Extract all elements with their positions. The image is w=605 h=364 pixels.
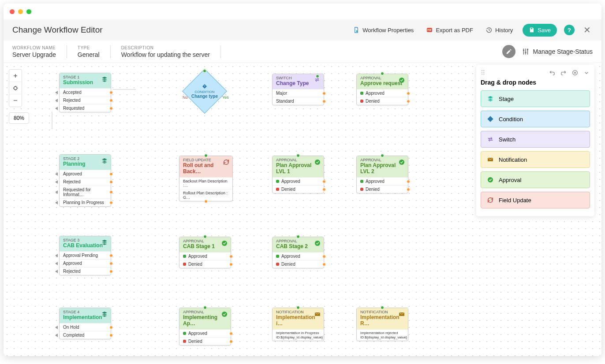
svg-point-10: [399, 160, 404, 165]
stack-icon: [101, 76, 108, 83]
node-field-update-rollout[interactable]: FIELD UPDATE Roll out and Back… Backout …: [179, 156, 233, 201]
node-switch-change-type[interactable]: SWITCH Change Type Major Standard: [272, 74, 324, 105]
mail-icon: [398, 311, 405, 318]
node-notification-impl-rejected[interactable]: NOTIFICATION Implementation R… Implement…: [356, 308, 408, 341]
sliders-icon: [522, 48, 530, 56]
node-approval-approve-request[interactable]: APPROVAL Approve request Approved Denied: [356, 74, 408, 105]
workflow-canvas[interactable]: 80% STAGE 1 Submission: [4, 63, 601, 356]
pdf-icon: PDF: [426, 26, 433, 33]
node-stage-cab-evaluation[interactable]: STAGE 3 CAB Evaluation Approval Pending …: [59, 236, 111, 275]
chevron-down-icon[interactable]: [583, 69, 590, 76]
export-pdf-button[interactable]: PDF Export as PDF: [423, 25, 476, 35]
edit-button[interactable]: [502, 45, 515, 58]
check-circle-icon: [221, 240, 228, 247]
palette-item-condition[interactable]: Condition: [481, 111, 590, 127]
node-condition-change-type[interactable]: ? CONDITION Change type No Yes: [189, 75, 220, 107]
window-max-dot[interactable]: [26, 9, 31, 14]
mail-icon: [486, 156, 494, 163]
redo-icon[interactable]: [560, 69, 567, 76]
svg-point-9: [315, 160, 320, 165]
palette-item-approval[interactable]: Approval: [481, 171, 590, 188]
check-circle-icon: [486, 176, 494, 184]
meta-type-value: General: [78, 51, 100, 58]
help-button[interactable]: ?: [564, 25, 575, 35]
palette-item-field-update[interactable]: Field Update: [481, 192, 590, 208]
svg-point-8: [399, 78, 404, 83]
palette-title: Drag & drop nodes: [481, 79, 590, 86]
node-stage-implementation[interactable]: STAGE 4 Implementation On Hold Completed: [59, 308, 111, 339]
svg-point-18: [488, 177, 493, 182]
check-circle-icon: [221, 311, 228, 318]
svg-point-13: [222, 312, 227, 317]
node-approval-plan-lvl2[interactable]: APPROVAL Plan Approval LVL 2 Approved De…: [356, 156, 408, 193]
window-close-dot[interactable]: [10, 9, 15, 14]
zoom-in-button[interactable]: [9, 70, 22, 82]
check-circle-icon: [398, 159, 405, 166]
mail-icon: [314, 311, 321, 318]
svg-point-11: [222, 241, 227, 246]
meta-name-value: Server Upgrade: [12, 51, 56, 58]
svg-text:?: ?: [204, 85, 205, 88]
stack-icon: [101, 239, 108, 246]
meta-type-label: TYPE: [78, 45, 100, 50]
switch-icon: [486, 135, 494, 143]
window-min-dot[interactable]: [18, 9, 23, 14]
clear-icon[interactable]: [571, 69, 579, 76]
svg-text:PDF: PDF: [428, 29, 432, 31]
zoom-controls: [9, 69, 22, 107]
pencil-icon: [506, 48, 512, 55]
check-circle-icon: [398, 77, 405, 84]
node-approval-plan-lvl1[interactable]: APPROVAL Plan Approval LVL 1 Approved De…: [272, 156, 324, 193]
manage-stage-status-button[interactable]: Manage Stage-Status: [522, 48, 593, 56]
page-title: Change Workflow Editor: [12, 25, 343, 35]
svg-point-4: [525, 52, 526, 53]
node-stage-planning[interactable]: STAGE 2 Planning Approved Rejected Reque…: [59, 154, 111, 207]
close-button[interactable]: ✕: [582, 25, 593, 35]
zoom-fit-button[interactable]: [9, 82, 22, 94]
svg-point-12: [315, 241, 320, 246]
history-icon: [485, 26, 493, 33]
condition-icon: [486, 115, 494, 123]
window-titlebar: [4, 4, 601, 19]
palette-item-switch[interactable]: Switch: [481, 131, 590, 148]
palette-item-notification[interactable]: Notification: [481, 151, 590, 168]
check-circle-icon: [314, 240, 321, 247]
node-approval-implementing[interactable]: APPROVAL Implementing Ap… Approved Denie…: [179, 308, 231, 345]
meta-desc-label: DESCRIPTION: [121, 45, 210, 50]
undo-icon[interactable]: [549, 69, 556, 76]
svg-point-5: [527, 49, 528, 50]
zoom-percentage: 80%: [9, 112, 29, 124]
document-info-icon: [353, 26, 360, 33]
stack-icon: [101, 311, 108, 318]
header-bar: Change Workflow Editor Workflow Properti…: [4, 19, 601, 41]
switch-icon: [314, 77, 321, 84]
workflow-properties-button[interactable]: Workflow Properties: [350, 25, 416, 35]
condition-icon: ?: [202, 84, 207, 89]
node-palette[interactable]: ⠿ Drag & drop nodes Stage Condition Swi: [476, 65, 594, 216]
meta-bar: WORKFLOW NAME Server Upgrade TYPE Genera…: [4, 41, 601, 63]
history-button[interactable]: History: [483, 25, 515, 35]
meta-name-label: WORKFLOW NAME: [12, 45, 56, 50]
node-approval-cab-stage1[interactable]: APPROVAL CAB Stage 1 Approved Denied: [179, 237, 231, 268]
grip-icon[interactable]: ⠿: [481, 69, 485, 76]
svg-point-6: [14, 86, 17, 89]
node-notification-impl-progress[interactable]: NOTIFICATION Implementation i… Implement…: [272, 308, 324, 341]
meta-desc-value: Workflow for updating the server: [121, 51, 210, 58]
svg-point-3: [523, 50, 524, 51]
refresh-icon: [486, 196, 494, 204]
save-button[interactable]: Save: [523, 24, 557, 37]
svg-point-0: [356, 30, 358, 32]
node-approval-cab-stage2[interactable]: APPROVAL CAB Stage 2 Approved Denied: [272, 237, 324, 268]
stack-icon: [101, 157, 108, 164]
save-icon: [529, 27, 535, 33]
node-stage-submission[interactable]: STAGE 1 Submission Accepted Rejected Req…: [59, 73, 111, 112]
palette-item-stage[interactable]: Stage: [481, 90, 590, 107]
check-circle-icon: [314, 159, 321, 166]
stack-icon: [486, 95, 494, 103]
zoom-out-button[interactable]: [9, 94, 22, 107]
refresh-icon: [223, 159, 230, 166]
